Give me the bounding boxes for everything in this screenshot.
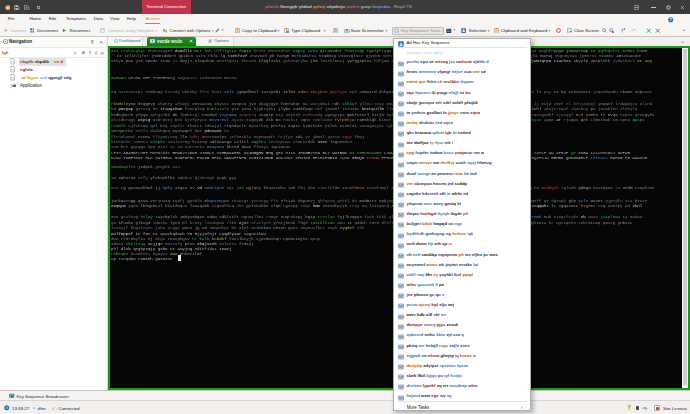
- svg-text:i: i: [6, 406, 7, 410]
- svg-text:A: A: [399, 42, 402, 47]
- svg-text:A: A: [462, 29, 465, 33]
